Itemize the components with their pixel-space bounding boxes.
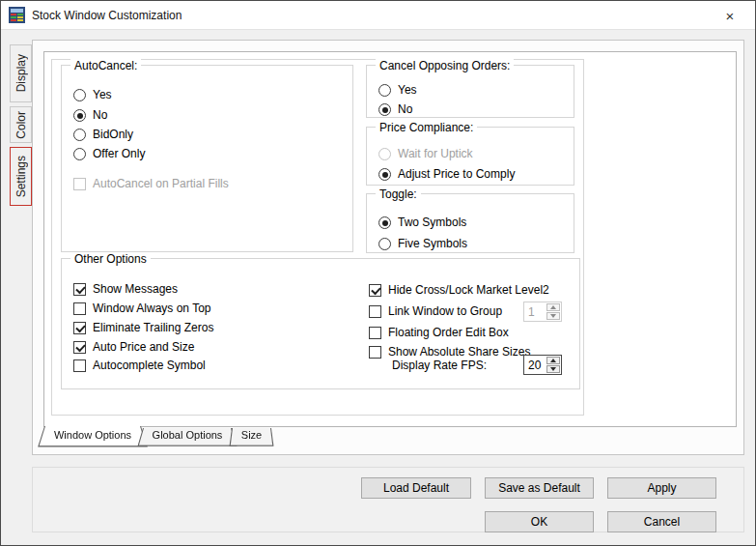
checkbox-link-window-to-group[interactable]: Link Window to Group xyxy=(369,305,502,318)
tab-global-options[interactable]: Global Options xyxy=(143,428,232,445)
radio-autocancel-yes[interactable]: Yes xyxy=(73,89,112,101)
apply-button[interactable]: Apply xyxy=(607,477,716,499)
cancel-button[interactable]: Cancel xyxy=(607,511,716,532)
side-tab-settings-label: Settings xyxy=(14,156,28,197)
checkbox-show-messages[interactable]: Show Messages xyxy=(73,283,178,296)
checkbox-hide-cross-lock-market-level2[interactable]: Hide Cross/Lock Market Level2 xyxy=(369,284,549,297)
cancel-opposing-orders-group-title: Cancel Opposing Orders: xyxy=(376,59,514,72)
side-tab-display-label: Display xyxy=(14,54,28,92)
checkbox-floating-order-edit-box[interactable]: Floating Order Edit Box xyxy=(369,327,509,339)
radio-label: Two Symbols xyxy=(398,216,466,229)
spinner-up-button[interactable] xyxy=(546,357,560,364)
radio-label: Yes xyxy=(93,89,112,101)
tab-window-options[interactable]: Window Options xyxy=(44,428,141,445)
radio-cancel-opposing-no[interactable]: No xyxy=(378,103,412,116)
checkbox-label: Link Window to Group xyxy=(388,305,502,318)
tab-size[interactable]: Size xyxy=(232,428,271,445)
radio-icon xyxy=(378,84,391,97)
cancel-opposing-orders-group: Cancel Opposing Orders: Yes No xyxy=(366,65,574,118)
radio-wait-for-uptick: Wait for Uptick xyxy=(378,148,473,160)
autocancel-group: AutoCancel: Yes No BidOnly xyxy=(61,65,353,252)
radio-five-symbols[interactable]: Five Symbols xyxy=(378,238,467,250)
radio-label: No xyxy=(398,103,412,116)
price-compliance-group-title: Price Compliance: xyxy=(376,121,477,134)
radio-label: Yes xyxy=(398,84,417,97)
other-options-group: Other Options Show Messages Window Alway… xyxy=(61,258,580,389)
checkbox-icon xyxy=(369,284,381,297)
spinner-down-button[interactable] xyxy=(546,365,560,373)
radio-autocancel-no[interactable]: No xyxy=(73,109,107,122)
titlebar: Stock Window Customization × xyxy=(1,1,755,30)
window-options-tab-page: AutoCancel: Yes No BidOnly xyxy=(43,51,737,427)
spinner-down-button xyxy=(546,312,560,320)
radio-icon xyxy=(378,103,391,116)
spinner-value[interactable]: 20 xyxy=(524,356,546,374)
side-tab-color[interactable]: Color xyxy=(10,106,32,143)
checkbox-auto-price-and-size[interactable]: Auto Price and Size xyxy=(73,341,194,354)
radio-icon xyxy=(378,168,391,181)
price-compliance-group: Price Compliance: Wait for Uptick Adjust… xyxy=(366,127,574,186)
display-rate-fps-label: Display Rate FPS: xyxy=(392,359,487,372)
radio-label: Adjust Price to Comply xyxy=(398,168,515,181)
checkbox-label: Show Absolute Share Sizes xyxy=(388,346,530,359)
spinner-buttons xyxy=(546,302,561,321)
checkbox-label: Eliminate Trailing Zeros xyxy=(93,322,213,334)
other-options-group-title: Other Options xyxy=(70,252,151,266)
radio-autocancel-offeronly[interactable]: Offer Only xyxy=(73,148,145,160)
tab-window-options-label: Window Options xyxy=(54,429,131,441)
radio-cancel-opposing-yes[interactable]: Yes xyxy=(378,84,417,97)
radio-two-symbols[interactable]: Two Symbols xyxy=(378,216,466,229)
radio-icon xyxy=(378,148,391,160)
radio-icon xyxy=(73,109,86,122)
radio-label: Offer Only xyxy=(93,148,145,160)
radio-label: No xyxy=(93,109,107,122)
spinner-buttons xyxy=(546,356,561,374)
save-as-default-button[interactable]: Save as Default xyxy=(485,477,594,499)
tab-size-label: Size xyxy=(241,429,262,441)
options-content-panel: AutoCancel: Yes No BidOnly xyxy=(51,59,584,416)
checkbox-icon xyxy=(73,341,86,354)
autocancel-group-title: AutoCancel: xyxy=(70,59,141,72)
tab-global-options-label: Global Options xyxy=(153,429,223,441)
toggle-group-title: Toggle: xyxy=(376,187,421,201)
arrow-down-icon xyxy=(550,367,556,371)
checkbox-label: Floating Order Edit Box xyxy=(388,327,509,339)
checkbox-icon xyxy=(73,322,86,334)
load-default-button[interactable]: Load Default xyxy=(361,477,471,499)
stock-window-customization-dialog: Stock Window Customization × Display Col… xyxy=(0,0,756,546)
side-tab-display[interactable]: Display xyxy=(10,44,32,102)
radio-label: Wait for Uptick xyxy=(398,148,473,160)
settings-tab-container: AutoCancel: Yes No BidOnly xyxy=(32,40,744,455)
checkbox-icon xyxy=(73,359,86,372)
close-icon[interactable]: × xyxy=(717,7,742,25)
checkbox-icon xyxy=(73,283,86,296)
arrow-down-icon xyxy=(550,314,556,318)
checkbox-icon xyxy=(73,302,86,315)
radio-icon xyxy=(378,238,391,250)
arrow-up-icon xyxy=(550,305,556,309)
checkbox-label: Window Always on Top xyxy=(93,302,211,315)
checkbox-label: Show Messages xyxy=(93,283,178,296)
checkbox-label: Hide Cross/Lock Market Level2 xyxy=(388,284,549,297)
display-rate-fps-spinner[interactable]: 20 xyxy=(523,355,562,375)
side-tab-settings[interactable]: Settings xyxy=(10,147,32,206)
checkbox-label: AutoCancel on Partial Fills xyxy=(93,178,229,190)
ok-button[interactable]: OK xyxy=(485,511,594,532)
checkbox-icon xyxy=(369,305,381,318)
checkbox-eliminate-trailing-zeros[interactable]: Eliminate Trailing Zeros xyxy=(73,322,213,334)
checkbox-icon xyxy=(73,178,86,190)
radio-adjust-price-to-comply[interactable]: Adjust Price to Comply xyxy=(378,168,515,181)
checkbox-label: Auto Price and Size xyxy=(93,341,194,354)
link-group-number-spinner: 1 xyxy=(523,302,562,322)
side-tab-color-label: Color xyxy=(14,111,28,139)
radio-icon xyxy=(73,129,86,141)
checkbox-icon xyxy=(369,346,381,359)
checkbox-icon xyxy=(369,327,381,339)
spinner-up-button xyxy=(546,303,560,311)
checkbox-autocomplete-symbol[interactable]: Autocomplete Symbol xyxy=(73,359,206,372)
radio-autocancel-bidonly[interactable]: BidOnly xyxy=(73,129,133,141)
radio-label: BidOnly xyxy=(93,129,133,141)
checkbox-window-always-on-top[interactable]: Window Always on Top xyxy=(73,302,211,315)
spinner-value: 1 xyxy=(524,302,546,321)
checkbox-show-absolute-share-sizes[interactable]: Show Absolute Share Sizes xyxy=(369,346,530,359)
